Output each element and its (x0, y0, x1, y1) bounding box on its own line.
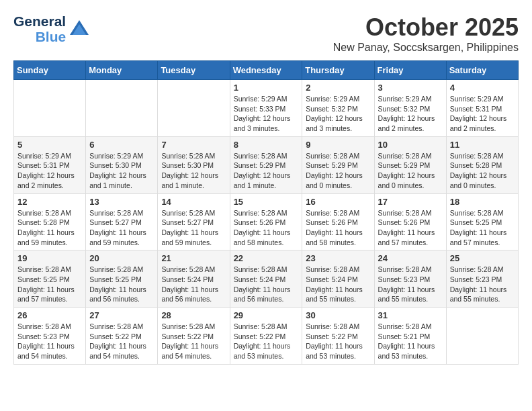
day-number: 13 (89, 197, 154, 207)
calendar-cell: 28Sunrise: 5:28 AM Sunset: 5:22 PM Dayli… (158, 308, 230, 365)
calendar-cell: 27Sunrise: 5:28 AM Sunset: 5:22 PM Dayli… (86, 308, 158, 365)
day-info: Sunrise: 5:28 AM Sunset: 5:21 PM Dayligh… (378, 322, 443, 361)
day-info: Sunrise: 5:28 AM Sunset: 5:28 PM Dayligh… (17, 208, 82, 248)
day-number: 22 (234, 253, 299, 263)
calendar-cell: 22Sunrise: 5:28 AM Sunset: 5:24 PM Dayli… (230, 250, 302, 308)
day-number: 11 (450, 140, 515, 150)
day-info: Sunrise: 5:29 AM Sunset: 5:32 PM Dayligh… (378, 94, 443, 134)
day-number: 28 (161, 310, 226, 320)
calendar-cell: 11Sunrise: 5:28 AM Sunset: 5:28 PM Dayli… (446, 136, 518, 193)
day-number: 21 (161, 253, 226, 263)
calendar-cell: 14Sunrise: 5:28 AM Sunset: 5:27 PM Dayli… (158, 193, 230, 250)
day-number: 31 (378, 310, 443, 320)
calendar-cell: 10Sunrise: 5:28 AM Sunset: 5:29 PM Dayli… (374, 136, 446, 193)
day-number: 30 (306, 310, 370, 320)
calendar-cell: 17Sunrise: 5:28 AM Sunset: 5:26 PM Dayli… (374, 193, 446, 250)
calendar-cell: 1Sunrise: 5:29 AM Sunset: 5:33 PM Daylig… (230, 80, 302, 137)
calendar-cell: 26Sunrise: 5:28 AM Sunset: 5:23 PM Dayli… (14, 308, 86, 365)
day-info: Sunrise: 5:28 AM Sunset: 5:26 PM Dayligh… (378, 208, 443, 248)
calendar-cell: 29Sunrise: 5:28 AM Sunset: 5:22 PM Dayli… (230, 308, 302, 365)
calendar-cell: 8Sunrise: 5:28 AM Sunset: 5:29 PM Daylig… (230, 136, 302, 193)
day-number: 8 (234, 140, 299, 150)
day-number: 6 (89, 140, 154, 150)
calendar-cell: 3Sunrise: 5:29 AM Sunset: 5:32 PM Daylig… (374, 80, 446, 137)
calendar-cell: 18Sunrise: 5:28 AM Sunset: 5:25 PM Dayli… (446, 193, 518, 250)
page-header: General Blue October 2025 New Panay, Soc… (13, 13, 519, 54)
calendar-cell: 5Sunrise: 5:29 AM Sunset: 5:31 PM Daylig… (14, 136, 86, 193)
day-info: Sunrise: 5:28 AM Sunset: 5:22 PM Dayligh… (161, 322, 226, 361)
logo: General Blue (13, 13, 89, 44)
calendar-week-row: 26Sunrise: 5:28 AM Sunset: 5:23 PM Dayli… (14, 308, 519, 365)
weekday-header: Thursday (302, 61, 374, 80)
day-info: Sunrise: 5:28 AM Sunset: 5:22 PM Dayligh… (306, 322, 370, 361)
calendar-table: SundayMondayTuesdayWednesdayThursdayFrid… (13, 60, 519, 365)
calendar-cell: 15Sunrise: 5:28 AM Sunset: 5:26 PM Dayli… (230, 193, 302, 250)
day-info: Sunrise: 5:29 AM Sunset: 5:30 PM Dayligh… (89, 151, 154, 191)
day-info: Sunrise: 5:28 AM Sunset: 5:23 PM Dayligh… (378, 265, 443, 304)
calendar-cell: 25Sunrise: 5:28 AM Sunset: 5:23 PM Dayli… (446, 250, 518, 308)
day-info: Sunrise: 5:28 AM Sunset: 5:29 PM Dayligh… (234, 151, 299, 191)
day-number: 2 (306, 83, 370, 93)
day-number: 4 (450, 83, 515, 93)
calendar-week-row: 5Sunrise: 5:29 AM Sunset: 5:31 PM Daylig… (14, 136, 519, 193)
day-info: Sunrise: 5:28 AM Sunset: 5:28 PM Dayligh… (450, 151, 515, 191)
day-info: Sunrise: 5:28 AM Sunset: 5:26 PM Dayligh… (234, 208, 299, 248)
calendar-cell: 7Sunrise: 5:28 AM Sunset: 5:30 PM Daylig… (158, 136, 230, 193)
day-info: Sunrise: 5:28 AM Sunset: 5:24 PM Dayligh… (234, 265, 299, 304)
day-number: 9 (306, 140, 370, 150)
location-title: New Panay, Soccsksargen, Philippines (333, 42, 519, 54)
day-info: Sunrise: 5:29 AM Sunset: 5:31 PM Dayligh… (17, 151, 82, 191)
day-info: Sunrise: 5:28 AM Sunset: 5:30 PM Dayligh… (161, 151, 226, 191)
day-number: 27 (89, 310, 154, 320)
calendar-cell: 16Sunrise: 5:28 AM Sunset: 5:26 PM Dayli… (302, 193, 374, 250)
day-number: 1 (234, 83, 299, 93)
calendar-cell: 31Sunrise: 5:28 AM Sunset: 5:21 PM Dayli… (374, 308, 446, 365)
calendar-cell: 13Sunrise: 5:28 AM Sunset: 5:27 PM Dayli… (86, 193, 158, 250)
calendar-week-row: 1Sunrise: 5:29 AM Sunset: 5:33 PM Daylig… (14, 80, 519, 137)
weekday-header: Sunday (14, 61, 86, 80)
logo-general: General (13, 13, 66, 29)
calendar-cell (86, 80, 158, 137)
calendar-cell: 30Sunrise: 5:28 AM Sunset: 5:22 PM Dayli… (302, 308, 374, 365)
weekday-header: Friday (374, 61, 446, 80)
day-number: 18 (450, 197, 515, 207)
weekday-header: Monday (86, 61, 158, 80)
title-section: October 2025 New Panay, Soccsksargen, Ph… (333, 13, 519, 54)
day-number: 20 (89, 253, 154, 263)
calendar-cell: 20Sunrise: 5:28 AM Sunset: 5:25 PM Dayli… (86, 250, 158, 308)
day-number: 7 (161, 140, 226, 150)
day-info: Sunrise: 5:29 AM Sunset: 5:31 PM Dayligh… (450, 94, 515, 134)
calendar-cell: 4Sunrise: 5:29 AM Sunset: 5:31 PM Daylig… (446, 80, 518, 137)
calendar-cell: 6Sunrise: 5:29 AM Sunset: 5:30 PM Daylig… (86, 136, 158, 193)
day-number: 29 (234, 310, 299, 320)
day-info: Sunrise: 5:28 AM Sunset: 5:23 PM Dayligh… (450, 265, 515, 304)
day-info: Sunrise: 5:29 AM Sunset: 5:32 PM Dayligh… (306, 94, 370, 134)
day-info: Sunrise: 5:28 AM Sunset: 5:25 PM Dayligh… (89, 265, 154, 304)
month-title: October 2025 (333, 13, 519, 42)
calendar-cell (446, 308, 518, 365)
day-info: Sunrise: 5:28 AM Sunset: 5:27 PM Dayligh… (161, 208, 226, 248)
day-info: Sunrise: 5:28 AM Sunset: 5:23 PM Dayligh… (17, 322, 82, 361)
day-info: Sunrise: 5:28 AM Sunset: 5:24 PM Dayligh… (306, 265, 370, 304)
calendar-week-row: 19Sunrise: 5:28 AM Sunset: 5:25 PM Dayli… (14, 250, 519, 308)
calendar-cell (14, 80, 86, 137)
calendar-cell: 19Sunrise: 5:28 AM Sunset: 5:25 PM Dayli… (14, 250, 86, 308)
day-info: Sunrise: 5:28 AM Sunset: 5:22 PM Dayligh… (234, 322, 299, 361)
day-number: 16 (306, 197, 370, 207)
weekday-header: Tuesday (158, 61, 230, 80)
weekday-header-row: SundayMondayTuesdayWednesdayThursdayFrid… (14, 61, 519, 80)
weekday-header: Wednesday (230, 61, 302, 80)
calendar-cell: 12Sunrise: 5:28 AM Sunset: 5:28 PM Dayli… (14, 193, 86, 250)
day-number: 3 (378, 83, 443, 93)
calendar-cell: 24Sunrise: 5:28 AM Sunset: 5:23 PM Dayli… (374, 250, 446, 308)
day-info: Sunrise: 5:28 AM Sunset: 5:26 PM Dayligh… (306, 208, 370, 248)
day-number: 5 (17, 140, 82, 150)
day-number: 12 (17, 197, 82, 207)
logo-blue: Blue (36, 29, 66, 44)
calendar-cell (158, 80, 230, 137)
day-number: 24 (378, 253, 443, 263)
day-number: 26 (17, 310, 82, 320)
weekday-header: Saturday (446, 61, 518, 80)
day-info: Sunrise: 5:28 AM Sunset: 5:24 PM Dayligh… (161, 265, 226, 304)
day-number: 15 (234, 197, 299, 207)
